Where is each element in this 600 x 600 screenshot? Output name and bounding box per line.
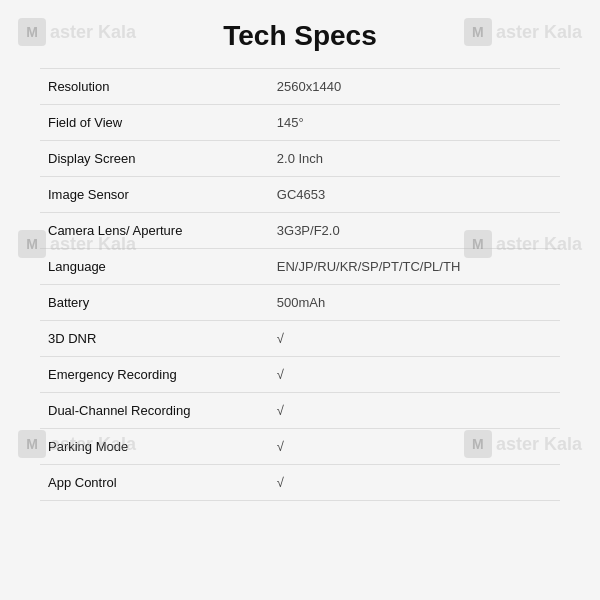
table-row: Emergency Recording√	[40, 357, 560, 393]
spec-value: √	[269, 393, 560, 429]
page-title: Tech Specs	[223, 20, 377, 52]
table-row: Battery500mAh	[40, 285, 560, 321]
spec-label: Camera Lens/ Aperture	[40, 213, 269, 249]
spec-label: 3D DNR	[40, 321, 269, 357]
table-row: Camera Lens/ Aperture3G3P/F2.0	[40, 213, 560, 249]
spec-value: √	[269, 429, 560, 465]
spec-value: EN/JP/RU/KR/SP/PT/TC/PL/TH	[269, 249, 560, 285]
spec-value: GC4653	[269, 177, 560, 213]
table-row: Field of View145°	[40, 105, 560, 141]
spec-label: Battery	[40, 285, 269, 321]
spec-value: 2560x1440	[269, 69, 560, 105]
spec-value: √	[269, 357, 560, 393]
spec-value: √	[269, 321, 560, 357]
spec-value: 500mAh	[269, 285, 560, 321]
specs-table: Resolution2560x1440Field of View145°Disp…	[40, 68, 560, 501]
spec-value: √	[269, 465, 560, 501]
table-row: Resolution2560x1440	[40, 69, 560, 105]
spec-label: Emergency Recording	[40, 357, 269, 393]
table-row: Parking Mode√	[40, 429, 560, 465]
table-row: Image SensorGC4653	[40, 177, 560, 213]
table-row: Display Screen2.0 Inch	[40, 141, 560, 177]
spec-label: Dual-Channel Recording	[40, 393, 269, 429]
spec-label: Display Screen	[40, 141, 269, 177]
table-row: Dual-Channel Recording√	[40, 393, 560, 429]
spec-label: Parking Mode	[40, 429, 269, 465]
spec-label: Language	[40, 249, 269, 285]
spec-value: 2.0 Inch	[269, 141, 560, 177]
main-container: Tech Specs Resolution2560x1440Field of V…	[0, 0, 600, 600]
spec-label: Field of View	[40, 105, 269, 141]
spec-value: 145°	[269, 105, 560, 141]
table-row: LanguageEN/JP/RU/KR/SP/PT/TC/PL/TH	[40, 249, 560, 285]
spec-label: App Control	[40, 465, 269, 501]
spec-value: 3G3P/F2.0	[269, 213, 560, 249]
spec-label: Image Sensor	[40, 177, 269, 213]
table-row: 3D DNR√	[40, 321, 560, 357]
table-row: App Control√	[40, 465, 560, 501]
spec-label: Resolution	[40, 69, 269, 105]
